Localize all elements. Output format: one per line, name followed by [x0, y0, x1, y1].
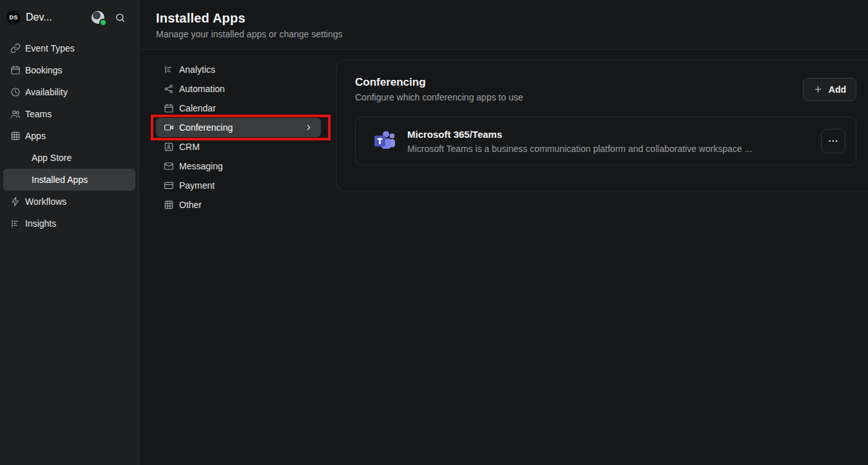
sidebar-item-label: Availability: [25, 87, 68, 97]
app-description: Microsoft Teams is a business communicat…: [407, 144, 752, 154]
sidebar-item-event-types[interactable]: Event Types: [3, 37, 135, 59]
app-card-microsoft-teams: Microsoft 365/Teams Microsoft Teams is a…: [355, 117, 856, 166]
users-icon: [10, 109, 21, 119]
page-title: Installed Apps: [156, 11, 853, 26]
sidebar-item-app-store[interactable]: App Store: [3, 147, 135, 169]
sidebar-item-label: Installed Apps: [32, 175, 88, 185]
sidebar-nav: Event Types Bookings Availability Teams …: [0, 37, 139, 234]
sidebar-item-availability[interactable]: Availability: [3, 81, 135, 103]
app-name: Microsoft 365/Teams: [407, 129, 752, 140]
sidebar: DS Dev... Event Types Bookings: [0, 0, 139, 465]
sidebar-item-label: Bookings: [25, 65, 63, 75]
calendar-icon: [164, 103, 174, 113]
sidebar-item-teams[interactable]: Teams: [3, 103, 135, 125]
category-automation[interactable]: Automation: [156, 79, 321, 99]
page-subtitle: Manage your installed apps or change set…: [156, 29, 853, 39]
ellipsis-icon: [827, 135, 839, 147]
calendar-icon: [10, 65, 21, 75]
sidebar-item-label: Event Types: [25, 43, 75, 53]
workspace-badge: DS: [6, 10, 21, 24]
category-label: Analytics: [179, 64, 215, 75]
panel-header: Conferencing Configure which conferencin…: [337, 61, 868, 102]
category-label: Conferencing: [179, 122, 233, 133]
credit-card-icon: [164, 180, 174, 191]
panel-title: Conferencing: [355, 76, 523, 89]
sidebar-item-installed-apps[interactable]: Installed Apps: [3, 169, 135, 191]
workspace-name: Dev...: [26, 12, 52, 23]
category-label: CRM: [179, 142, 200, 152]
category-calendar[interactable]: Calendar: [156, 99, 321, 118]
link-icon: [10, 43, 21, 53]
grid-icon: [164, 200, 174, 210]
sidebar-item-label: Teams: [25, 109, 52, 119]
app-card-text: Microsoft 365/Teams Microsoft Teams is a…: [407, 129, 752, 154]
app-options-button[interactable]: [821, 129, 845, 153]
sidebar-item-label: Apps: [25, 131, 46, 141]
chart-icon: [10, 218, 21, 229]
share-icon: [164, 84, 174, 94]
category-label: Other: [179, 200, 202, 210]
sidebar-item-insights[interactable]: Insights: [3, 213, 135, 234]
add-button-label: Add: [829, 84, 846, 95]
sidebar-item-label: App Store: [32, 153, 72, 163]
category-analytics[interactable]: Analytics: [156, 60, 321, 79]
category-crm[interactable]: CRM: [156, 137, 321, 157]
sidebar-item-label: Insights: [25, 218, 56, 229]
online-status-dot: [99, 19, 107, 26]
page-header: Installed Apps Manage your installed app…: [139, 0, 868, 50]
chevron-right-icon: [304, 123, 313, 132]
category-other[interactable]: Other: [156, 195, 321, 214]
microsoft-teams-logo: [372, 129, 397, 153]
category-payment[interactable]: Payment: [156, 176, 321, 195]
category-messaging[interactable]: Messaging: [156, 157, 321, 176]
sidebar-item-workflows[interactable]: Workflows: [3, 191, 135, 213]
panel-header-text: Conferencing Configure which conferencin…: [355, 76, 523, 102]
mail-icon: [164, 161, 174, 171]
sidebar-item-apps[interactable]: Apps: [3, 125, 135, 147]
grid-icon: [10, 131, 21, 141]
clock-icon: [10, 87, 21, 97]
category-label: Messaging: [179, 161, 223, 171]
add-button[interactable]: Add: [803, 78, 856, 101]
workspace-switcher[interactable]: DS Dev...: [0, 8, 139, 27]
category-conferencing[interactable]: Conferencing: [156, 118, 321, 137]
content-area: Analytics Automation Calendar Conferen: [139, 50, 868, 214]
sidebar-item-bookings[interactable]: Bookings: [3, 59, 135, 81]
video-icon: [164, 122, 174, 133]
search-button[interactable]: [115, 12, 126, 23]
chart-icon: [164, 64, 174, 75]
zap-icon: [10, 196, 21, 207]
main-content: Installed Apps Manage your installed app…: [139, 0, 868, 465]
category-label: Payment: [179, 180, 215, 191]
search-icon: [115, 12, 126, 23]
sidebar-item-label: Workflows: [25, 196, 66, 207]
category-label: Calendar: [179, 103, 216, 113]
conferencing-panel: Conferencing Configure which conferencin…: [336, 60, 868, 191]
plus-icon: [813, 84, 823, 94]
user-avatar[interactable]: [92, 11, 104, 24]
panel-subtitle: Configure which conferencing apps to use: [355, 92, 523, 102]
contact-icon: [164, 142, 174, 152]
avatar-image: [93, 12, 101, 19]
category-label: Automation: [179, 84, 225, 94]
app-category-list: Analytics Automation Calendar Conferen: [156, 60, 321, 214]
